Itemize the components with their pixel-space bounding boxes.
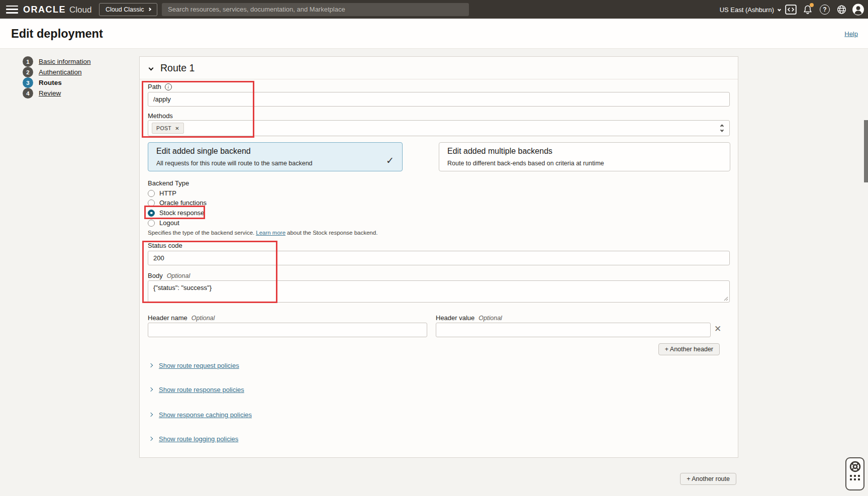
wizard-step-label[interactable]: Review bbox=[39, 89, 61, 97]
wizard-step-label: Routes bbox=[39, 79, 62, 86]
policy-link[interactable]: Show route logging policies bbox=[159, 435, 238, 443]
selected-check-icon: ✓ bbox=[386, 155, 394, 166]
optional-tag: Optional bbox=[191, 315, 215, 322]
radio-logout[interactable]: Logout bbox=[148, 219, 179, 227]
header-value-label: Header value Optional bbox=[436, 314, 502, 322]
card-subtitle: Route to different back-ends based on cr… bbox=[447, 160, 604, 167]
page-header: Edit deployment Help bbox=[0, 19, 868, 49]
card-title: Edit added multiple backends bbox=[447, 147, 552, 156]
header-name-label: Header name Optional bbox=[148, 314, 215, 322]
menu-icon[interactable] bbox=[6, 6, 18, 14]
policy-link[interactable]: Show route request policies bbox=[159, 362, 239, 369]
chevron-right-icon bbox=[149, 437, 153, 441]
page-title: Edit deployment bbox=[11, 27, 103, 40]
methods-label: Methods bbox=[148, 112, 173, 120]
body-field-wrap: {"status": "success"} bbox=[148, 280, 730, 303]
multiple-backends-card[interactable]: Edit added multiple backends Route to di… bbox=[439, 142, 730, 171]
language-globe-icon[interactable] bbox=[836, 4, 847, 15]
grid-dots-icon bbox=[850, 475, 860, 480]
route-section-header[interactable]: Route 1 bbox=[140, 57, 738, 79]
help-question-icon[interactable]: ? bbox=[820, 5, 830, 15]
method-chip-post[interactable]: POST ✕ bbox=[152, 123, 184, 134]
response-caching-policies-toggle[interactable]: Show response caching policies bbox=[149, 411, 252, 419]
radio-icon-selected[interactable] bbox=[148, 210, 155, 217]
path-input[interactable] bbox=[148, 92, 730, 107]
card-title: Edit added single backend bbox=[156, 147, 251, 156]
another-route-button[interactable]: + Another route bbox=[680, 473, 736, 485]
wizard-steps: 1 Basic information 2 Authentication 3 R… bbox=[23, 56, 91, 98]
optional-tag: Optional bbox=[167, 272, 190, 279]
wizard-step-basic-information[interactable]: 1 Basic information bbox=[23, 56, 91, 67]
topbar: ORACLE Cloud Cloud Classic US East (Ashb… bbox=[0, 0, 868, 19]
notifications-bell-icon[interactable] bbox=[803, 4, 813, 15]
chevron-right-icon bbox=[149, 363, 153, 367]
backend-type-helper-text: Specifies the type of the backend servic… bbox=[148, 230, 377, 236]
route-section-title: Route 1 bbox=[160, 62, 195, 74]
wizard-step-review[interactable]: 4 Review bbox=[23, 88, 91, 98]
radio-http[interactable]: HTTP bbox=[148, 189, 176, 197]
collapse-chevron-icon bbox=[149, 65, 154, 70]
region-selector[interactable]: US East (Ashburn) bbox=[720, 6, 781, 13]
step-number-badge: 3 bbox=[23, 77, 33, 88]
chevron-right-icon bbox=[148, 8, 151, 11]
help-link[interactable]: Help bbox=[844, 30, 858, 37]
info-icon[interactable]: i bbox=[165, 83, 172, 90]
chevron-right-icon bbox=[149, 387, 153, 391]
radio-oracle-functions[interactable]: Oracle functions bbox=[148, 199, 207, 207]
another-header-button[interactable]: + Another header bbox=[658, 343, 720, 355]
policy-link[interactable]: Show route response policies bbox=[159, 386, 244, 393]
card-subtitle: All requests for this route will route t… bbox=[156, 160, 313, 167]
assistant-widget[interactable] bbox=[845, 457, 864, 490]
select-spinner-icon bbox=[721, 125, 723, 132]
remove-header-icon[interactable]: ✕ bbox=[714, 324, 721, 334]
methods-select[interactable]: POST ✕ bbox=[148, 120, 730, 136]
brand-cloud: Cloud bbox=[69, 5, 91, 15]
body-label: Body Optional bbox=[148, 272, 190, 279]
chevron-right-icon bbox=[149, 413, 153, 417]
route-logging-policies-toggle[interactable]: Show route logging policies bbox=[149, 435, 238, 443]
route-panel: Route 1 Path i Methods POST ✕ Edit added… bbox=[139, 56, 738, 458]
backend-type-label: Backend Type bbox=[148, 179, 189, 187]
resize-handle-icon[interactable] bbox=[724, 296, 728, 301]
radio-icon[interactable] bbox=[148, 200, 155, 207]
user-avatar-icon[interactable] bbox=[852, 3, 864, 16]
wizard-step-routes[interactable]: 3 Routes bbox=[23, 77, 91, 88]
notification-badge bbox=[810, 3, 814, 7]
brand-oracle: ORACLE bbox=[23, 4, 66, 15]
route-request-policies-toggle[interactable]: Show route request policies bbox=[149, 361, 239, 369]
route-response-policies-toggle[interactable]: Show route response policies bbox=[149, 385, 244, 393]
developer-tools-icon[interactable] bbox=[785, 5, 797, 15]
body-textarea[interactable]: {"status": "success"} bbox=[148, 280, 730, 303]
step-number-badge: 2 bbox=[23, 67, 33, 77]
header-name-input[interactable] bbox=[148, 323, 427, 337]
search-input[interactable] bbox=[162, 3, 469, 16]
header-value-input[interactable] bbox=[436, 323, 711, 337]
status-code-input[interactable] bbox=[148, 251, 730, 265]
edit-deployment-screen: ORACLE Cloud Cloud Classic US East (Ashb… bbox=[0, 0, 868, 496]
cloud-classic-button[interactable]: Cloud Classic bbox=[99, 3, 157, 16]
step-number-badge: 1 bbox=[23, 56, 33, 67]
oracle-cloud-logo[interactable]: ORACLE Cloud bbox=[23, 4, 91, 15]
life-ring-icon bbox=[849, 460, 861, 473]
path-label: Path i bbox=[148, 83, 172, 90]
step-number-badge: 4 bbox=[23, 88, 33, 98]
learn-more-link[interactable]: Learn more bbox=[256, 230, 285, 236]
wizard-step-authentication[interactable]: 2 Authentication bbox=[23, 67, 91, 77]
radio-icon[interactable] bbox=[148, 220, 155, 227]
status-code-label: Status code bbox=[148, 242, 182, 249]
single-backend-card[interactable]: Edit added single backend All requests f… bbox=[148, 142, 403, 171]
method-chip-label: POST bbox=[156, 125, 171, 131]
chevron-down-icon bbox=[778, 8, 781, 11]
vertical-scrollbar-thumb[interactable] bbox=[864, 120, 868, 182]
radio-stock-response[interactable]: Stock response bbox=[148, 209, 205, 217]
wizard-step-label[interactable]: Basic information bbox=[39, 58, 91, 65]
wizard-step-label[interactable]: Authentication bbox=[39, 68, 82, 76]
radio-icon[interactable] bbox=[148, 190, 155, 197]
region-label: US East (Ashburn) bbox=[720, 6, 774, 13]
policy-link[interactable]: Show response caching policies bbox=[159, 411, 252, 419]
cloud-classic-label: Cloud Classic bbox=[106, 6, 144, 13]
optional-tag: Optional bbox=[478, 315, 502, 322]
remove-method-icon[interactable]: ✕ bbox=[175, 126, 179, 131]
